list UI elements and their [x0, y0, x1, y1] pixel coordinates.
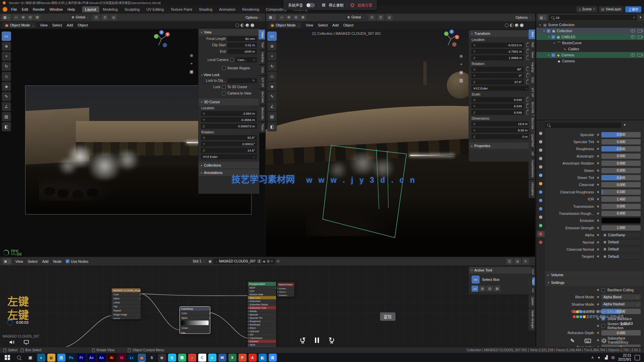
shading-material-icon[interactable] [515, 23, 519, 27]
expander-icon[interactable]: ▾ [552, 42, 556, 45]
decorator-dot[interactable] [597, 177, 599, 179]
property-widget[interactable]: 0.000 [601, 154, 641, 159]
node-row[interactable]: Alpha [180, 315, 210, 320]
options-dropdown[interactable]: Options⌄ [516, 15, 533, 19]
editor-type-button[interactable]: ▦⌄ [2, 14, 11, 20]
gizmo-x-axis[interactable]: X [165, 32, 170, 37]
node-row[interactable]: Single Image [112, 312, 141, 316]
node-row[interactable] [181, 320, 209, 325]
network-icon[interactable]: ▟ [605, 355, 608, 360]
node-row[interactable]: BSDF [248, 286, 276, 289]
clip-start-field[interactable]: 0.01 m [227, 43, 257, 48]
active-tool-row[interactable]: ▭ Select Box [469, 274, 532, 286]
expander-icon[interactable]: ▾ [542, 29, 546, 33]
properties-tab-particles[interactable] [537, 197, 545, 203]
node-row[interactable]: IOR [248, 333, 276, 336]
filter-icon[interactable]: ▼ [639, 16, 642, 19]
node-row[interactable]: Volume [277, 290, 294, 293]
node-row[interactable]: Transmission [248, 336, 276, 340]
location-z-field[interactable]: Z1.9988 m [471, 55, 524, 60]
node-row[interactable]: Emission [248, 340, 276, 343]
taskbar-app-powerpoint[interactable]: P [238, 354, 247, 362]
properties-tab-object[interactable] [537, 181, 545, 187]
viewport-menu-item[interactable]: View [303, 22, 316, 28]
node-row[interactable]: Fac [180, 330, 210, 334]
pivot-point-dropdown[interactable]: ⊙ [93, 14, 100, 20]
hide-viewport-icon[interactable] [631, 35, 635, 39]
node-row[interactable]: Linear [112, 300, 141, 304]
properties-search[interactable] [545, 122, 621, 128]
hide-viewport-icon[interactable] [631, 53, 635, 57]
input-socket[interactable] [248, 307, 249, 309]
outliner-row[interactable]: ◆Camera [536, 58, 644, 64]
sidebar-tab[interactable]: AR [529, 149, 535, 158]
viewport-tool-button[interactable]: ▤ [267, 112, 277, 121]
node-row[interactable]: Linear [180, 325, 210, 330]
sidebar-tab[interactable]: Tool [529, 40, 535, 49]
node-canvas[interactable]: MASKED CLOUDS_00.pngColorAlphaLinearFlat… [0, 265, 535, 347]
sidebar-tab[interactable]: Node Wrangle [529, 308, 535, 330]
location-y-field[interactable]: Y-2.7681 m [471, 49, 524, 54]
node-row[interactable]: Alpha [248, 343, 276, 346]
outliner-row[interactable]: ▾⌒BezierCurve [536, 40, 644, 46]
decorator-dot[interactable] [597, 325, 599, 327]
eyedropper-icon[interactable]: ✎ [252, 79, 255, 82]
display-icon[interactable] [23, 339, 30, 345]
viewport-tool-button[interactable]: ↻ [2, 62, 11, 71]
workspace-tab[interactable]: UV Editing [143, 6, 167, 12]
cursor-rz-field[interactable]: Z14.6° [201, 148, 257, 153]
output-socket[interactable] [140, 294, 141, 296]
property-widget[interactable]: Backface Culling [601, 287, 641, 293]
property-widget[interactable]: 0.000 [601, 168, 641, 173]
filter-icon[interactable]: ▼ [623, 123, 626, 127]
taskbar-app-after-effects[interactable]: Ae [88, 354, 96, 362]
viewport-tool-button[interactable]: ◇ [2, 72, 11, 81]
node-row[interactable]: Specular [248, 313, 276, 316]
viewport-tool-button[interactable]: ◇ [267, 72, 277, 81]
input-socket[interactable] [248, 341, 249, 343]
node-header[interactable]: ColorRamp [180, 307, 210, 311]
node-header[interactable]: Principled BSDF [248, 282, 276, 286]
slot-dropdown[interactable]: Slot 1⌄ [191, 258, 207, 264]
properties-panel-header[interactable]: ▸Properties [469, 142, 532, 149]
taskbar-app-edge[interactable]: e [37, 354, 45, 362]
shader-node[interactable]: Principled BSDFBSDFGGXRandom WalkBase Co… [248, 282, 276, 350]
options-dropdown[interactable]: Options⌄ [246, 15, 263, 19]
gizmo-z-axis[interactable]: Z [159, 30, 164, 35]
decorator-dot[interactable] [597, 303, 599, 305]
viewport-tool-button[interactable]: ∠ [2, 102, 11, 111]
node-row[interactable]: Sheen [248, 326, 276, 329]
taskbar-app-netease-music[interactable]: ♪ [188, 354, 196, 362]
active-tool-header[interactable]: ▾Active Tool [469, 267, 532, 274]
viewport-menu-item[interactable]: Select [50, 22, 64, 28]
taskbar-app-photoshop[interactable]: Ps [67, 354, 75, 362]
cursor-x-field[interactable]: X-2.654 m [201, 111, 257, 116]
properties-tab-scene[interactable] [537, 164, 545, 170]
cursor-ry-field[interactable]: Y0.00011° [201, 141, 257, 146]
taskbar-app-pdf-reader[interactable]: A [249, 354, 257, 362]
taskbar-app-folder[interactable]: ▣ [47, 354, 55, 362]
editor-menu-icon[interactable]: ≡ [522, 258, 529, 264]
end-share-button[interactable]: 结束分享 [358, 2, 372, 8]
snap-magnet-icon[interactable]: Ω [102, 14, 108, 20]
property-widget[interactable]: ColorRamp [601, 232, 641, 238]
cursor-rx-field[interactable]: X62.6° [201, 135, 257, 140]
taskbar-app-steam[interactable]: S [148, 354, 156, 362]
render-region-checkbox[interactable] [222, 66, 226, 70]
viewport-tool-button[interactable]: ∠ [267, 102, 277, 111]
outliner-row[interactable]: ▾▤Scene Collection [536, 22, 644, 28]
socket-icon[interactable] [604, 241, 606, 243]
pin-icon[interactable]: ⊙ [277, 259, 280, 263]
decorator-dot[interactable] [597, 198, 599, 200]
decorator-dot[interactable] [597, 241, 599, 243]
clock[interactable]: 22:31 2021/9/1 [618, 354, 631, 362]
node-row[interactable]: Vector [112, 316, 141, 319]
select-extend-icon[interactable]: ⊞ [20, 14, 26, 20]
sidebar-tab[interactable]: BoxCutte [259, 106, 265, 121]
rotation-z-field[interactable]: Z67.8° [471, 79, 524, 84]
sidebar-tab[interactable]: AssetSketche [529, 158, 535, 179]
rotation-y-field[interactable]: Y0° [471, 73, 524, 78]
viewport-menu-item[interactable]: Object [75, 22, 90, 28]
editor-type-button[interactable]: ▦⌄ [268, 14, 276, 20]
unlink-icon[interactable]: × [271, 259, 273, 263]
